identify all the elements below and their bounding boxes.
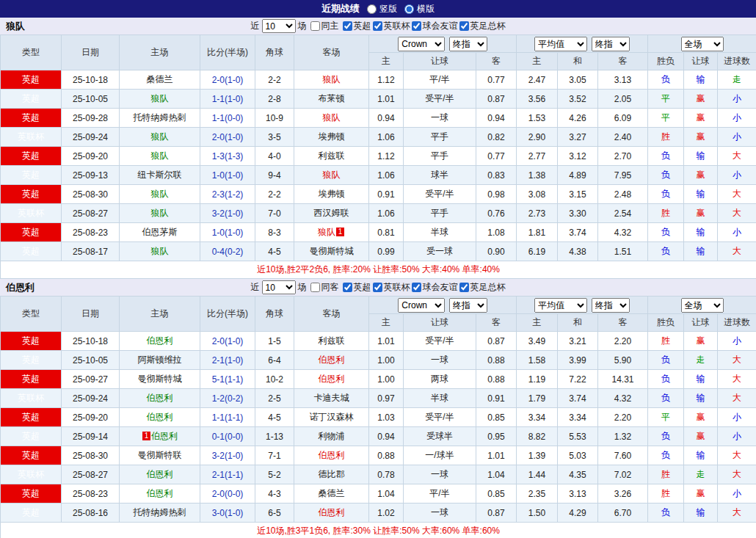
team-link[interactable]: 托特纳姆热刺 bbox=[134, 507, 186, 517]
away-team[interactable]: 狼队1 bbox=[294, 223, 369, 242]
match-score[interactable]: 2-3(1-2) bbox=[200, 185, 255, 204]
vertical-radio[interactable] bbox=[367, 4, 377, 14]
team-link[interactable]: 伯恩利 bbox=[319, 507, 345, 517]
match-score[interactable]: 1-1(1-0) bbox=[200, 90, 255, 109]
team-link[interactable]: 德比郡 bbox=[319, 469, 345, 479]
team-link[interactable]: 伯恩利 bbox=[319, 450, 345, 460]
away-team[interactable]: 伯恩利 bbox=[294, 446, 369, 465]
average-select[interactable]: 平均值 bbox=[534, 37, 587, 51]
home-team[interactable]: 狼队 bbox=[120, 90, 200, 109]
team-link[interactable]: 阿斯顿维拉 bbox=[138, 355, 182, 365]
team-link[interactable]: 狼队 bbox=[318, 227, 335, 237]
away-team[interactable]: 埃弗顿 bbox=[294, 185, 369, 204]
home-team[interactable]: 伯恩茅斯 bbox=[120, 223, 200, 242]
team-link[interactable]: 伯恩利 bbox=[147, 335, 173, 346]
average-final-index-select[interactable]: 终指 bbox=[592, 298, 630, 313]
team-link[interactable]: 布莱顿 bbox=[319, 93, 345, 103]
home-team[interactable]: 狼队 bbox=[120, 185, 200, 204]
team-link[interactable]: 利兹联 bbox=[319, 335, 345, 346]
team-link[interactable]: 桑德兰 bbox=[319, 488, 345, 498]
away-team[interactable]: 狼队 bbox=[294, 109, 369, 128]
team-link[interactable]: 伯恩利 bbox=[147, 412, 173, 422]
league-checkbox-2[interactable] bbox=[412, 283, 421, 292]
away-team[interactable]: 埃弗顿 bbox=[294, 128, 369, 147]
team-link[interactable]: 曼彻斯特城 bbox=[138, 374, 182, 384]
team-link[interactable]: 狼队 bbox=[151, 93, 169, 103]
league-checkbox-3[interactable] bbox=[459, 283, 469, 292]
league-filter-3[interactable]: 英足总杯 bbox=[459, 20, 506, 32]
league-filter-3[interactable]: 英足总杯 bbox=[459, 281, 506, 294]
team-link[interactable]: 伯恩茅斯 bbox=[142, 227, 178, 237]
team-link[interactable]: 西汉姆联 bbox=[314, 208, 349, 218]
league-checkbox-1[interactable] bbox=[373, 283, 382, 292]
team-link[interactable]: 埃弗顿 bbox=[319, 189, 345, 199]
match-score[interactable]: 5-1(1-1) bbox=[200, 370, 255, 389]
match-score[interactable]: 1-0(1-0) bbox=[200, 223, 255, 242]
home-team[interactable]: 狼队 bbox=[120, 128, 200, 147]
team-link[interactable]: 纽卡斯尔联 bbox=[138, 170, 182, 180]
bookmaker-select[interactable]: Crown bbox=[398, 298, 445, 313]
home-team[interactable]: 伯恩利 bbox=[120, 484, 200, 504]
team-link[interactable]: 狼队 bbox=[323, 74, 341, 84]
team-link[interactable]: 埃弗顿 bbox=[319, 131, 345, 142]
team-link[interactable]: 伯恩利 bbox=[147, 469, 173, 479]
match-score[interactable]: 2-1(1-1) bbox=[200, 465, 255, 484]
home-team[interactable]: 纽卡斯尔联 bbox=[120, 166, 200, 185]
team-link[interactable]: 伯恩利 bbox=[151, 431, 178, 441]
home-team[interactable]: 伯恩利 bbox=[120, 389, 200, 408]
team-link[interactable]: 狼队 bbox=[151, 189, 169, 199]
team-link[interactable]: 伯恩利 bbox=[319, 355, 345, 365]
away-team[interactable]: 曼彻斯特城 bbox=[294, 242, 369, 261]
away-team[interactable]: 卡迪夫城 bbox=[294, 389, 369, 408]
away-team[interactable]: 桑德兰 bbox=[294, 484, 369, 504]
team-link[interactable]: 利兹联 bbox=[319, 150, 345, 161]
team-link[interactable]: 伯恩利 bbox=[319, 374, 345, 384]
layout-horizontal-option[interactable]: 横版 bbox=[404, 3, 435, 15]
league-checkbox-1[interactable] bbox=[373, 21, 382, 31]
home-team[interactable]: 伯恩利 bbox=[120, 465, 200, 484]
home-team[interactable]: 伯恩利 bbox=[120, 408, 200, 427]
team-link[interactable]: 曼彻斯特城 bbox=[310, 246, 354, 256]
away-team[interactable]: 狼队 bbox=[294, 70, 369, 90]
layout-vertical-option[interactable]: 竖版 bbox=[367, 3, 397, 15]
home-team[interactable]: 狼队 bbox=[120, 242, 200, 261]
team-link[interactable]: 狼队 bbox=[323, 112, 341, 123]
team-link[interactable]: 狼队 bbox=[323, 170, 341, 180]
league-checkbox-0[interactable] bbox=[343, 21, 352, 31]
match-score[interactable]: 2-0(1-0) bbox=[200, 332, 255, 351]
home-team[interactable]: 曼彻斯特城 bbox=[120, 370, 200, 389]
away-team[interactable]: 利兹联 bbox=[294, 332, 369, 351]
bookmaker-final-index-select[interactable]: 终指 bbox=[449, 298, 487, 313]
team-link[interactable]: 狼队 bbox=[151, 150, 169, 161]
away-team[interactable]: 伯恩利 bbox=[294, 504, 369, 523]
match-count-select[interactable]: 10 bbox=[262, 19, 296, 33]
team-link[interactable]: 狼队 bbox=[151, 131, 169, 142]
league-checkbox-3[interactable] bbox=[459, 21, 469, 31]
away-team[interactable]: 伯恩利 bbox=[294, 370, 369, 389]
home-team[interactable]: 狼队 bbox=[120, 147, 200, 166]
away-team[interactable]: 诺丁汉森林 bbox=[294, 408, 369, 427]
away-team[interactable]: 利兹联 bbox=[294, 147, 369, 166]
match-score[interactable]: 2-0(1-0) bbox=[200, 128, 255, 147]
team-link[interactable]: 狼队 bbox=[151, 246, 169, 256]
team-link[interactable]: 狼队 bbox=[151, 208, 169, 218]
away-team[interactable]: 伯恩利 bbox=[294, 351, 369, 370]
match-score[interactable]: 3-0(1-0) bbox=[200, 504, 255, 523]
match-score[interactable]: 0-1(0-0) bbox=[200, 427, 255, 446]
home-team[interactable]: 托特纳姆热刺 bbox=[120, 109, 200, 128]
team-link[interactable]: 桑德兰 bbox=[147, 74, 173, 84]
home-team[interactable]: 伯恩利 bbox=[120, 332, 200, 351]
home-team[interactable]: 桑德兰 bbox=[120, 70, 200, 90]
team-link[interactable]: 伯恩利 bbox=[147, 393, 173, 403]
league-filter-0[interactable]: 英超 bbox=[343, 20, 371, 32]
average-final-index-select[interactable]: 终指 bbox=[592, 37, 630, 51]
league-checkbox-2[interactable] bbox=[412, 21, 421, 31]
match-score[interactable]: 1-3(1-3) bbox=[200, 147, 255, 166]
home-team[interactable]: 1伯恩利 bbox=[120, 427, 200, 446]
match-score[interactable]: 2-0(0-0) bbox=[200, 484, 255, 504]
match-score[interactable]: 1-0(1-0) bbox=[200, 166, 255, 185]
match-score[interactable]: 2-1(1-0) bbox=[200, 351, 255, 370]
home-team[interactable]: 狼队 bbox=[120, 204, 200, 223]
scope-select[interactable]: 全场 bbox=[681, 298, 724, 313]
home-team[interactable]: 曼彻斯特联 bbox=[120, 446, 200, 465]
